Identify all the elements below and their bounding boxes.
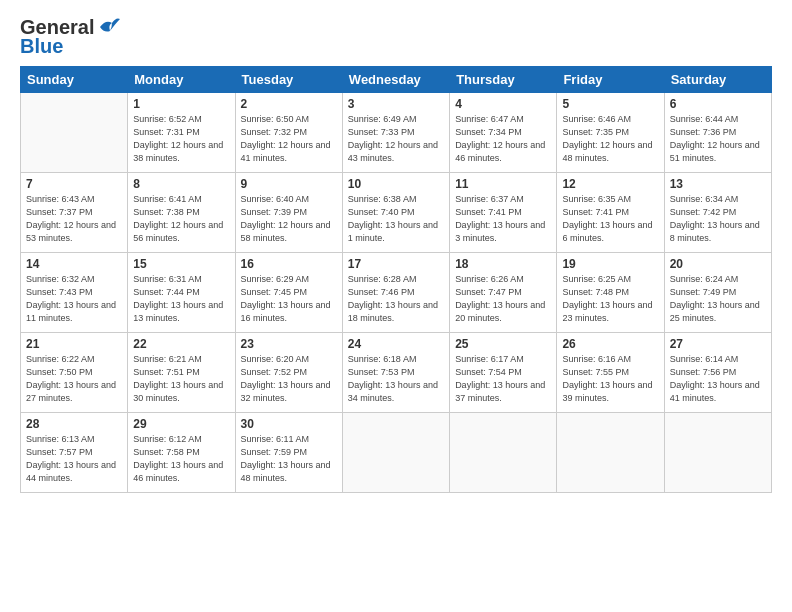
day-number: 10: [348, 177, 444, 191]
cell-sun-info: Sunrise: 6:25 AMSunset: 7:48 PMDaylight:…: [562, 273, 658, 325]
logo-blue-text: Blue: [20, 35, 63, 58]
cell-sun-info: Sunrise: 6:52 AMSunset: 7:31 PMDaylight:…: [133, 113, 229, 165]
day-number: 5: [562, 97, 658, 111]
calendar-week-row: 7Sunrise: 6:43 AMSunset: 7:37 PMDaylight…: [21, 173, 772, 253]
day-number: 12: [562, 177, 658, 191]
day-number: 4: [455, 97, 551, 111]
page: General Blue SundayMondayTuesdayWednesda…: [0, 0, 792, 503]
logo-bird-icon: [98, 17, 120, 35]
cell-sun-info: Sunrise: 6:11 AMSunset: 7:59 PMDaylight:…: [241, 433, 337, 485]
calendar-cell: 30Sunrise: 6:11 AMSunset: 7:59 PMDayligh…: [235, 413, 342, 493]
cell-sun-info: Sunrise: 6:21 AMSunset: 7:51 PMDaylight:…: [133, 353, 229, 405]
calendar-cell: 26Sunrise: 6:16 AMSunset: 7:55 PMDayligh…: [557, 333, 664, 413]
calendar-cell: 12Sunrise: 6:35 AMSunset: 7:41 PMDayligh…: [557, 173, 664, 253]
day-number: 14: [26, 257, 122, 271]
cell-sun-info: Sunrise: 6:40 AMSunset: 7:39 PMDaylight:…: [241, 193, 337, 245]
cell-sun-info: Sunrise: 6:50 AMSunset: 7:32 PMDaylight:…: [241, 113, 337, 165]
calendar-cell: 22Sunrise: 6:21 AMSunset: 7:51 PMDayligh…: [128, 333, 235, 413]
cell-sun-info: Sunrise: 6:32 AMSunset: 7:43 PMDaylight:…: [26, 273, 122, 325]
calendar-cell: 5Sunrise: 6:46 AMSunset: 7:35 PMDaylight…: [557, 93, 664, 173]
day-number: 30: [241, 417, 337, 431]
cell-sun-info: Sunrise: 6:37 AMSunset: 7:41 PMDaylight:…: [455, 193, 551, 245]
cell-sun-info: Sunrise: 6:34 AMSunset: 7:42 PMDaylight:…: [670, 193, 766, 245]
calendar-cell: 13Sunrise: 6:34 AMSunset: 7:42 PMDayligh…: [664, 173, 771, 253]
day-number: 6: [670, 97, 766, 111]
calendar-header-row: SundayMondayTuesdayWednesdayThursdayFrid…: [21, 67, 772, 93]
calendar-day-header-tuesday: Tuesday: [235, 67, 342, 93]
calendar-cell: [21, 93, 128, 173]
calendar-cell: 27Sunrise: 6:14 AMSunset: 7:56 PMDayligh…: [664, 333, 771, 413]
cell-sun-info: Sunrise: 6:14 AMSunset: 7:56 PMDaylight:…: [670, 353, 766, 405]
calendar-day-header-saturday: Saturday: [664, 67, 771, 93]
cell-sun-info: Sunrise: 6:13 AMSunset: 7:57 PMDaylight:…: [26, 433, 122, 485]
calendar-cell: 21Sunrise: 6:22 AMSunset: 7:50 PMDayligh…: [21, 333, 128, 413]
cell-sun-info: Sunrise: 6:46 AMSunset: 7:35 PMDaylight:…: [562, 113, 658, 165]
calendar-cell: 15Sunrise: 6:31 AMSunset: 7:44 PMDayligh…: [128, 253, 235, 333]
cell-sun-info: Sunrise: 6:16 AMSunset: 7:55 PMDaylight:…: [562, 353, 658, 405]
calendar-cell: 10Sunrise: 6:38 AMSunset: 7:40 PMDayligh…: [342, 173, 449, 253]
cell-sun-info: Sunrise: 6:20 AMSunset: 7:52 PMDaylight:…: [241, 353, 337, 405]
cell-sun-info: Sunrise: 6:26 AMSunset: 7:47 PMDaylight:…: [455, 273, 551, 325]
day-number: 20: [670, 257, 766, 271]
cell-sun-info: Sunrise: 6:44 AMSunset: 7:36 PMDaylight:…: [670, 113, 766, 165]
calendar-cell: 28Sunrise: 6:13 AMSunset: 7:57 PMDayligh…: [21, 413, 128, 493]
calendar-cell: [664, 413, 771, 493]
day-number: 1: [133, 97, 229, 111]
day-number: 18: [455, 257, 551, 271]
calendar-cell: [557, 413, 664, 493]
cell-sun-info: Sunrise: 6:12 AMSunset: 7:58 PMDaylight:…: [133, 433, 229, 485]
cell-sun-info: Sunrise: 6:24 AMSunset: 7:49 PMDaylight:…: [670, 273, 766, 325]
calendar-day-header-wednesday: Wednesday: [342, 67, 449, 93]
calendar-week-row: 14Sunrise: 6:32 AMSunset: 7:43 PMDayligh…: [21, 253, 772, 333]
calendar-cell: 23Sunrise: 6:20 AMSunset: 7:52 PMDayligh…: [235, 333, 342, 413]
day-number: 26: [562, 337, 658, 351]
calendar-cell: 4Sunrise: 6:47 AMSunset: 7:34 PMDaylight…: [450, 93, 557, 173]
calendar-cell: [342, 413, 449, 493]
cell-sun-info: Sunrise: 6:29 AMSunset: 7:45 PMDaylight:…: [241, 273, 337, 325]
cell-sun-info: Sunrise: 6:38 AMSunset: 7:40 PMDaylight:…: [348, 193, 444, 245]
day-number: 21: [26, 337, 122, 351]
calendar-cell: 24Sunrise: 6:18 AMSunset: 7:53 PMDayligh…: [342, 333, 449, 413]
calendar-week-row: 21Sunrise: 6:22 AMSunset: 7:50 PMDayligh…: [21, 333, 772, 413]
calendar-cell: 17Sunrise: 6:28 AMSunset: 7:46 PMDayligh…: [342, 253, 449, 333]
calendar-table: SundayMondayTuesdayWednesdayThursdayFrid…: [20, 66, 772, 493]
day-number: 25: [455, 337, 551, 351]
day-number: 16: [241, 257, 337, 271]
cell-sun-info: Sunrise: 6:49 AMSunset: 7:33 PMDaylight:…: [348, 113, 444, 165]
calendar-week-row: 1Sunrise: 6:52 AMSunset: 7:31 PMDaylight…: [21, 93, 772, 173]
day-number: 19: [562, 257, 658, 271]
day-number: 13: [670, 177, 766, 191]
calendar-day-header-thursday: Thursday: [450, 67, 557, 93]
day-number: 8: [133, 177, 229, 191]
calendar-cell: 8Sunrise: 6:41 AMSunset: 7:38 PMDaylight…: [128, 173, 235, 253]
calendar-week-row: 28Sunrise: 6:13 AMSunset: 7:57 PMDayligh…: [21, 413, 772, 493]
day-number: 3: [348, 97, 444, 111]
calendar-cell: 9Sunrise: 6:40 AMSunset: 7:39 PMDaylight…: [235, 173, 342, 253]
cell-sun-info: Sunrise: 6:47 AMSunset: 7:34 PMDaylight:…: [455, 113, 551, 165]
calendar-cell: 6Sunrise: 6:44 AMSunset: 7:36 PMDaylight…: [664, 93, 771, 173]
cell-sun-info: Sunrise: 6:17 AMSunset: 7:54 PMDaylight:…: [455, 353, 551, 405]
day-number: 2: [241, 97, 337, 111]
calendar-cell: 29Sunrise: 6:12 AMSunset: 7:58 PMDayligh…: [128, 413, 235, 493]
calendar-cell: 20Sunrise: 6:24 AMSunset: 7:49 PMDayligh…: [664, 253, 771, 333]
day-number: 24: [348, 337, 444, 351]
calendar-cell: 18Sunrise: 6:26 AMSunset: 7:47 PMDayligh…: [450, 253, 557, 333]
day-number: 7: [26, 177, 122, 191]
calendar-day-header-sunday: Sunday: [21, 67, 128, 93]
calendar-day-header-monday: Monday: [128, 67, 235, 93]
day-number: 9: [241, 177, 337, 191]
calendar-day-header-friday: Friday: [557, 67, 664, 93]
day-number: 22: [133, 337, 229, 351]
calendar-cell: 14Sunrise: 6:32 AMSunset: 7:43 PMDayligh…: [21, 253, 128, 333]
calendar-cell: 19Sunrise: 6:25 AMSunset: 7:48 PMDayligh…: [557, 253, 664, 333]
calendar-cell: 7Sunrise: 6:43 AMSunset: 7:37 PMDaylight…: [21, 173, 128, 253]
calendar-cell: 1Sunrise: 6:52 AMSunset: 7:31 PMDaylight…: [128, 93, 235, 173]
calendar-cell: 2Sunrise: 6:50 AMSunset: 7:32 PMDaylight…: [235, 93, 342, 173]
day-number: 11: [455, 177, 551, 191]
calendar-cell: 16Sunrise: 6:29 AMSunset: 7:45 PMDayligh…: [235, 253, 342, 333]
day-number: 28: [26, 417, 122, 431]
day-number: 23: [241, 337, 337, 351]
calendar-cell: 25Sunrise: 6:17 AMSunset: 7:54 PMDayligh…: [450, 333, 557, 413]
calendar-cell: 11Sunrise: 6:37 AMSunset: 7:41 PMDayligh…: [450, 173, 557, 253]
cell-sun-info: Sunrise: 6:41 AMSunset: 7:38 PMDaylight:…: [133, 193, 229, 245]
